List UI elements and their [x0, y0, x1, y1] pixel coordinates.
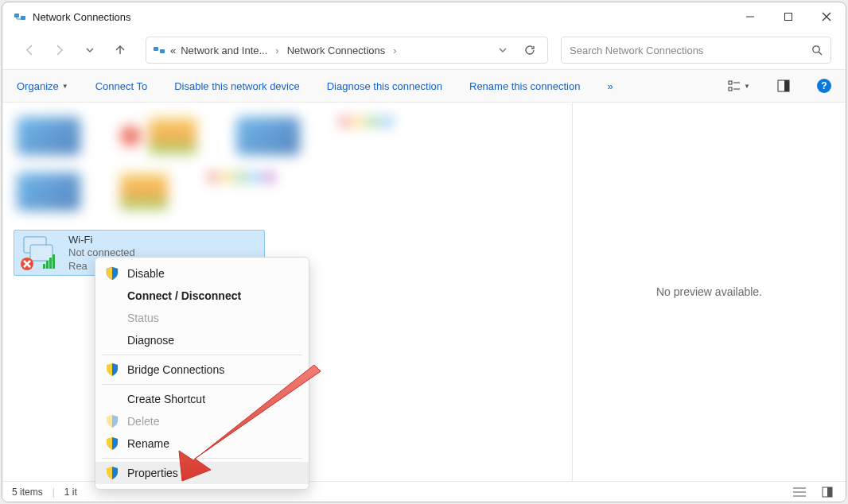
- status-divider: |: [53, 487, 55, 498]
- chevron-right-icon[interactable]: ›: [272, 45, 282, 56]
- search-input[interactable]: Search Network Connections: [561, 37, 831, 64]
- chevron-down-icon: [84, 45, 95, 56]
- content-pane[interactable]: Wi-Fi Not connected Rea Disable Connect …: [2, 103, 572, 481]
- menu-properties[interactable]: Properties: [95, 462, 309, 484]
- preview-pane-button[interactable]: [777, 79, 790, 92]
- menu-bridge-label: Bridge Connections: [127, 363, 224, 376]
- menu-rename[interactable]: Rename: [95, 432, 309, 455]
- arrow-up-icon: [113, 43, 127, 57]
- search-placeholder: Search Network Connections: [570, 45, 811, 56]
- cmd-rename-label: Rename this connection: [469, 80, 580, 92]
- svg-rect-20: [49, 258, 52, 269]
- menu-status-label: Status: [127, 312, 159, 324]
- cmd-overflow[interactable]: »: [607, 80, 613, 92]
- minimize-icon: [745, 12, 755, 21]
- svg-line-9: [819, 52, 822, 55]
- address-bar[interactable]: « Network and Inte... › Network Connecti…: [146, 37, 548, 64]
- breadcrumb-ellipsis: «: [170, 45, 176, 56]
- cmd-organize[interactable]: Organize ▼: [17, 80, 68, 92]
- nav-back-button[interactable]: [17, 37, 42, 63]
- command-bar: Organize ▼ Connect To Disable this netwo…: [2, 69, 846, 103]
- svg-rect-19: [46, 261, 49, 269]
- status-item-count: 5 items: [12, 487, 43, 498]
- menu-delete-label: Delete: [127, 415, 159, 428]
- chevron-right-icon[interactable]: ›: [390, 45, 399, 56]
- minimize-button[interactable]: [731, 2, 769, 31]
- window-controls: [731, 2, 846, 31]
- list-view-icon: [793, 487, 806, 498]
- cmd-connect-to-label: Connect To: [95, 80, 148, 92]
- cmd-disable-device[interactable]: Disable this network device: [174, 80, 300, 92]
- cmd-disable-device-label: Disable this network device: [174, 80, 300, 92]
- maximize-button[interactable]: [769, 2, 807, 31]
- svg-rect-7: [160, 49, 165, 53]
- svg-rect-11: [729, 87, 732, 91]
- svg-rect-3: [785, 14, 792, 21]
- svg-rect-0: [14, 14, 19, 17]
- breadcrumb-seg-1[interactable]: Network and Inte...: [181, 45, 267, 56]
- cmd-connect-to[interactable]: Connect To: [95, 80, 148, 92]
- svg-point-8: [813, 46, 819, 52]
- dropdown-icon: ▼: [62, 83, 68, 90]
- menu-diagnose-label: Diagnose: [127, 334, 174, 347]
- nav-recent-button[interactable]: [77, 37, 103, 63]
- nav-forward-button[interactable]: [47, 37, 72, 63]
- breadcrumb-seg-2[interactable]: Network Connections: [287, 45, 386, 56]
- network-icon: [153, 44, 165, 56]
- preview-pane: No preview available.: [572, 103, 846, 481]
- menu-disable[interactable]: Disable: [95, 262, 309, 285]
- blurred-adapters: [9, 109, 518, 220]
- svg-rect-21: [53, 254, 55, 269]
- shield-icon: [105, 362, 119, 377]
- menu-connect-disconnect[interactable]: Connect / Disconnect: [95, 285, 309, 307]
- main-area: Wi-Fi Not connected Rea Disable Connect …: [2, 103, 846, 481]
- search-icon: [811, 45, 823, 56]
- svg-rect-15: [784, 80, 789, 91]
- adapter-wifi-icon: [19, 234, 60, 272]
- refresh-icon: [524, 45, 535, 56]
- window: Network Connections: [2, 2, 846, 502]
- refresh-button[interactable]: [519, 45, 541, 56]
- network-icon: [14, 10, 26, 23]
- maximize-icon: [784, 12, 793, 21]
- shield-icon: [105, 414, 119, 428]
- cmd-rename[interactable]: Rename this connection: [469, 80, 580, 92]
- svg-rect-29: [827, 487, 832, 497]
- cmd-diagnose[interactable]: Diagnose this connection: [327, 80, 442, 92]
- help-button[interactable]: ?: [817, 79, 831, 93]
- adapter-name: Wi-Fi: [68, 234, 135, 246]
- cmd-organize-label: Organize: [17, 80, 59, 92]
- nav-row: « Network and Inte... › Network Connecti…: [2, 31, 846, 69]
- menu-status: Status: [95, 307, 309, 329]
- view-large-icons-button[interactable]: [819, 487, 836, 498]
- chevron-down-icon: [498, 45, 508, 55]
- menu-bridge-connections[interactable]: Bridge Connections: [95, 359, 309, 381]
- shield-icon: [105, 266, 119, 281]
- view-details-button[interactable]: [790, 487, 809, 498]
- tiles-view-icon: [822, 487, 833, 498]
- context-menu: Disable Connect / Disconnect Status Diag…: [95, 257, 309, 490]
- svg-rect-6: [154, 47, 158, 51]
- arrow-right-icon: [53, 43, 67, 57]
- dropdown-icon: ▼: [744, 83, 750, 90]
- cmd-diagnose-label: Diagnose this connection: [327, 80, 442, 92]
- close-icon: [822, 12, 831, 21]
- close-button[interactable]: [807, 2, 846, 31]
- menu-rename-label: Rename: [127, 437, 169, 450]
- shield-icon: [105, 436, 119, 451]
- svg-rect-18: [43, 264, 45, 269]
- preview-text: No preview available.: [656, 285, 762, 298]
- menu-create-shortcut[interactable]: Create Shortcut: [95, 388, 309, 410]
- menu-connect-disconnect-label: Connect / Disconnect: [127, 289, 241, 302]
- titlebar: Network Connections: [2, 2, 846, 31]
- menu-create-shortcut-label: Create Shortcut: [127, 393, 205, 405]
- window-title: Network Connections: [33, 11, 131, 23]
- menu-separator: [102, 355, 302, 355]
- nav-up-button[interactable]: [107, 37, 133, 63]
- svg-rect-10: [729, 81, 732, 84]
- menu-diagnose[interactable]: Diagnose: [95, 329, 309, 351]
- view-options-button[interactable]: ▼: [728, 79, 750, 92]
- shield-icon: [105, 466, 119, 480]
- address-dropdown-button[interactable]: [492, 45, 514, 55]
- menu-disable-label: Disable: [127, 267, 165, 280]
